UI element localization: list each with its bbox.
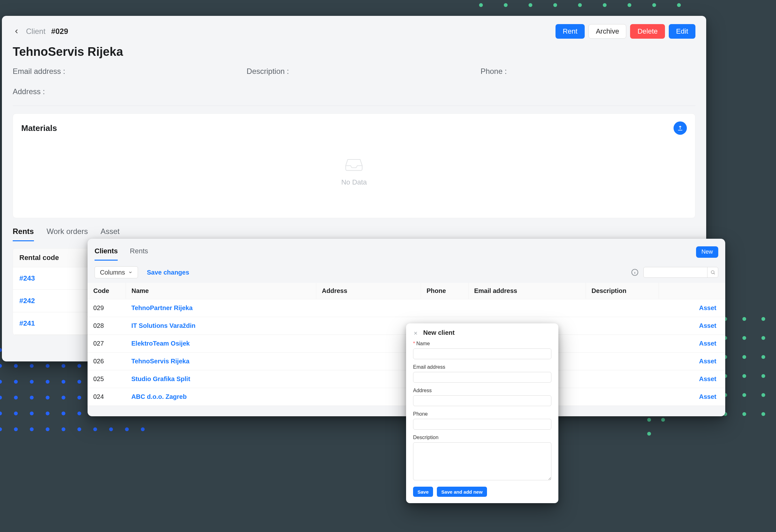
- address-cell: [316, 335, 421, 352]
- svg-point-1: [711, 271, 714, 274]
- client-name-link[interactable]: IT Solutions Varaždin: [131, 322, 195, 329]
- asset-link[interactable]: Asset: [699, 375, 716, 382]
- code-cell: 027: [87, 335, 126, 352]
- field-description-label: Description :: [246, 67, 461, 76]
- search-icon: [710, 270, 716, 275]
- email-cell: [468, 299, 586, 317]
- col-actions: [658, 283, 725, 299]
- tab-work-orders[interactable]: Work orders: [47, 227, 88, 241]
- rental-code-link[interactable]: #242: [19, 297, 35, 305]
- save-button[interactable]: Save: [413, 487, 433, 497]
- save-changes-link[interactable]: Save changes: [147, 269, 189, 276]
- new-client-button[interactable]: New: [696, 246, 718, 258]
- asset-link[interactable]: Asset: [699, 393, 716, 400]
- asset-cell: Asset: [658, 388, 725, 406]
- address-cell: [316, 352, 421, 370]
- client-name-link[interactable]: ElektroTeam Osijek: [131, 340, 190, 347]
- asset-cell: Asset: [658, 299, 725, 317]
- back-icon[interactable]: [13, 28, 20, 35]
- upload-icon: [677, 125, 684, 131]
- label-address: Address: [413, 388, 432, 393]
- code-cell: 026: [87, 352, 126, 370]
- label-description: Description: [413, 435, 438, 440]
- rental-code-cell: #242: [13, 290, 83, 312]
- divider: [13, 105, 696, 106]
- name-cell: ABC d.o.o. Zagreb: [126, 388, 316, 406]
- table-row: 029TehnoPartner RijekaAsset: [87, 299, 725, 317]
- client-name-link[interactable]: Studio Grafika Split: [131, 375, 190, 382]
- description-cell: [586, 388, 658, 406]
- asset-link[interactable]: Asset: [699, 358, 716, 364]
- code-cell: 028: [87, 317, 126, 335]
- tab-rents[interactable]: Rents: [13, 227, 34, 241]
- code-cell: 024: [87, 388, 126, 406]
- description-cell: [586, 317, 658, 335]
- client-name-link[interactable]: TehnoServis Rijeka: [131, 358, 189, 364]
- input-description[interactable]: [413, 442, 551, 480]
- address-cell: [316, 317, 421, 335]
- input-name[interactable]: [413, 348, 551, 359]
- materials-empty-text: No Data: [341, 178, 367, 187]
- client-name-link[interactable]: TehnoPartner Rijeka: [131, 304, 193, 311]
- breadcrumb-label: Client: [26, 27, 45, 36]
- rental-code-cell: #243: [13, 267, 83, 290]
- client-name-link[interactable]: ABC d.o.o. Zagreb: [131, 393, 187, 400]
- info-icon[interactable]: [631, 268, 639, 276]
- rental-code-link[interactable]: #243: [19, 274, 35, 282]
- inbox-icon: [343, 155, 365, 172]
- upload-button[interactable]: [673, 121, 687, 135]
- modal-title: New client: [423, 329, 455, 336]
- asset-cell: Asset: [658, 370, 725, 388]
- new-client-modal: New client *Name Email address Address P…: [406, 323, 558, 503]
- search-box: [643, 267, 718, 278]
- save-and-new-button[interactable]: Save and add new: [437, 487, 487, 497]
- list-tab-rents[interactable]: Rents: [130, 243, 148, 261]
- input-address[interactable]: [413, 395, 551, 406]
- asset-cell: Asset: [658, 335, 725, 352]
- field-address-label: Address :: [13, 87, 696, 96]
- col-rental-code: Rental code: [13, 249, 83, 267]
- required-marker: *: [413, 341, 415, 346]
- chevron-down-icon: [128, 270, 133, 275]
- col-address: Address: [316, 283, 421, 299]
- address-cell: [316, 370, 421, 388]
- description-cell: [586, 352, 658, 370]
- asset-link[interactable]: Asset: [699, 322, 716, 329]
- columns-button[interactable]: Columns: [94, 266, 138, 278]
- col-code: Code: [87, 283, 126, 299]
- address-cell: [316, 299, 421, 317]
- address-cell: [316, 388, 421, 406]
- asset-cell: Asset: [658, 352, 725, 370]
- field-phone-label: Phone :: [480, 67, 696, 76]
- description-cell: [586, 299, 658, 317]
- breadcrumb-client-id: #029: [51, 27, 68, 36]
- code-cell: 025: [87, 370, 126, 388]
- delete-button[interactable]: Delete: [630, 24, 665, 39]
- col-phone: Phone: [421, 283, 468, 299]
- description-cell: [586, 335, 658, 352]
- asset-cell: Asset: [658, 317, 725, 335]
- phone-cell: [421, 299, 468, 317]
- col-email: Email address: [468, 283, 586, 299]
- client-title: TehnoServis Rijeka: [13, 45, 696, 59]
- columns-button-label: Columns: [100, 269, 125, 276]
- edit-button[interactable]: Edit: [669, 24, 696, 39]
- rent-button[interactable]: Rent: [556, 24, 585, 39]
- asset-link[interactable]: Asset: [699, 304, 716, 311]
- name-cell: Studio Grafika Split: [126, 370, 316, 388]
- input-phone[interactable]: [413, 419, 551, 430]
- close-icon[interactable]: [413, 330, 419, 336]
- label-email: Email address: [413, 364, 445, 370]
- rental-code-link[interactable]: #241: [19, 319, 35, 327]
- materials-title: Materials: [21, 123, 57, 133]
- archive-button[interactable]: Archive: [588, 24, 626, 39]
- asset-link[interactable]: Asset: [699, 340, 716, 347]
- search-button[interactable]: [707, 267, 718, 277]
- list-tab-clients[interactable]: Clients: [94, 243, 118, 261]
- label-name: Name: [416, 341, 430, 346]
- input-email[interactable]: [413, 372, 551, 383]
- materials-panel: Materials No Data: [13, 113, 696, 218]
- search-input[interactable]: [644, 267, 707, 277]
- name-cell: ElektroTeam Osijek: [126, 335, 316, 352]
- field-email-label: Email address :: [13, 67, 227, 76]
